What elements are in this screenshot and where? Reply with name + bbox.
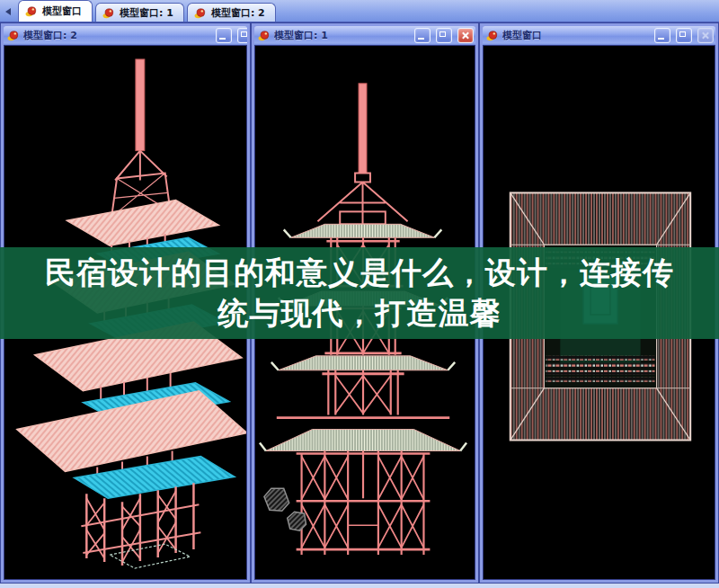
close-button[interactable] <box>457 28 474 43</box>
maximize-icon <box>439 31 446 37</box>
tab-model-window-2[interactable]: 模型窗口: 2 <box>187 3 276 22</box>
chevron-left-icon <box>5 8 11 15</box>
close-icon <box>698 29 713 42</box>
minimize-button[interactable] <box>414 28 431 43</box>
model-window-icon <box>258 30 271 41</box>
restore-button[interactable] <box>237 28 247 43</box>
banner-text-line-2: 统与现代，打造温馨 <box>218 293 502 334</box>
model-window-icon <box>25 5 38 17</box>
model-window-icon <box>102 7 115 19</box>
restore-icon <box>241 31 247 37</box>
window-titlebar[interactable]: 模型窗口: 1 <box>254 26 475 45</box>
window-title: 模型窗口 <box>502 29 649 42</box>
model-window-icon <box>7 30 20 41</box>
tab-model-window[interactable]: 模型窗口 <box>18 0 93 22</box>
minimize-button[interactable] <box>654 28 670 43</box>
minimize-icon <box>658 38 664 40</box>
tab-label: 模型窗口: 2 <box>211 6 265 20</box>
maximize-icon <box>679 31 686 37</box>
banner-text-line-1: 民宿设计的目的和意义是什么，设计，连接传 <box>45 253 674 293</box>
model-window-icon <box>486 30 499 41</box>
window-title: 模型窗口: 1 <box>274 29 409 42</box>
tab-label: 模型窗口: 1 <box>120 6 173 20</box>
maximize-button[interactable] <box>436 28 452 43</box>
window-titlebar[interactable]: 模型窗口 <box>483 26 715 45</box>
tab-scroll-left-button[interactable] <box>2 4 14 20</box>
model-window-tab-bar: 模型窗口 模型窗口: 1 模型窗口: 2 <box>0 0 719 22</box>
overlay-banner: 民宿设计的目的和意义是什么，设计，连接传 统与现代，打造温馨 <box>0 247 719 339</box>
footprint-watermark-icon <box>264 488 306 530</box>
minimize-icon <box>418 38 424 40</box>
minimize-button[interactable] <box>216 28 232 43</box>
close-button-disabled <box>697 28 714 43</box>
minimize-icon <box>219 38 226 40</box>
maximize-button[interactable] <box>676 28 692 43</box>
close-icon <box>458 29 473 42</box>
tab-label: 模型窗口 <box>42 4 82 18</box>
window-title: 模型窗口: 2 <box>23 29 210 42</box>
window-titlebar[interactable]: 模型窗口: 2 <box>4 26 247 45</box>
tab-model-window-1[interactable]: 模型窗口: 1 <box>95 3 184 22</box>
application-desktop: 模型窗口 模型窗口: 1 模型窗口: 2 模型窗口: 2 <box>0 0 719 588</box>
model-window-icon <box>194 7 207 19</box>
